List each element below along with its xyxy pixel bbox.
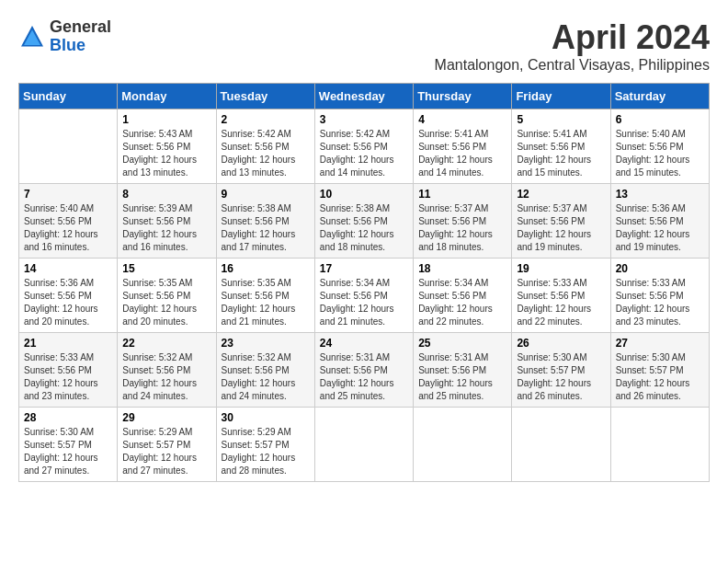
calendar-cell: 8Sunrise: 5:39 AM Sunset: 5:56 PM Daylig… [118, 184, 216, 259]
calendar-cell: 15Sunrise: 5:35 AM Sunset: 5:56 PM Dayli… [118, 259, 216, 333]
calendar-cell: 6Sunrise: 5:40 AM Sunset: 5:56 PM Daylig… [610, 109, 709, 184]
day-info: Sunrise: 5:33 AM Sunset: 5:56 PM Dayligh… [616, 277, 704, 328]
calendar-cell [512, 408, 610, 482]
calendar-cell [19, 109, 118, 184]
day-info: Sunrise: 5:43 AM Sunset: 5:56 PM Dayligh… [122, 128, 210, 179]
day-number: 23 [222, 337, 310, 350]
day-number: 14 [24, 262, 112, 275]
location: Mantalongon, Central Visayas, Philippine… [435, 57, 710, 74]
day-number: 2 [222, 113, 310, 126]
weekday-header: Sunday [19, 84, 118, 109]
weekday-header: Tuesday [216, 84, 314, 109]
logo: General Blue [18, 18, 111, 55]
logo-icon [18, 23, 46, 51]
day-info: Sunrise: 5:35 AM Sunset: 5:56 PM Dayligh… [222, 277, 310, 328]
day-info: Sunrise: 5:39 AM Sunset: 5:56 PM Dayligh… [122, 202, 210, 254]
day-number: 28 [24, 411, 112, 424]
calendar-cell [610, 408, 709, 482]
day-number: 7 [24, 188, 112, 201]
title-block: April 2024 Mantalongon, Central Visayas,… [435, 18, 710, 74]
calendar-week-row: 7Sunrise: 5:40 AM Sunset: 5:56 PM Daylig… [19, 184, 710, 259]
weekday-header: Friday [512, 84, 610, 109]
calendar-week-row: 28Sunrise: 5:30 AM Sunset: 5:57 PM Dayli… [19, 408, 710, 482]
day-info: Sunrise: 5:38 AM Sunset: 5:56 PM Dayligh… [320, 202, 408, 254]
day-number: 12 [517, 188, 605, 201]
calendar-cell [414, 408, 512, 482]
calendar-cell: 11Sunrise: 5:37 AM Sunset: 5:56 PM Dayli… [414, 184, 512, 259]
day-number: 10 [320, 188, 408, 201]
calendar-cell: 12Sunrise: 5:37 AM Sunset: 5:56 PM Dayli… [512, 184, 610, 259]
calendar-cell: 25Sunrise: 5:31 AM Sunset: 5:56 PM Dayli… [414, 333, 512, 408]
calendar-cell: 17Sunrise: 5:34 AM Sunset: 5:56 PM Dayli… [314, 259, 413, 333]
day-number: 21 [24, 337, 112, 350]
day-info: Sunrise: 5:40 AM Sunset: 5:56 PM Dayligh… [24, 202, 112, 254]
day-number: 6 [616, 113, 704, 126]
day-info: Sunrise: 5:34 AM Sunset: 5:56 PM Dayligh… [320, 277, 408, 328]
calendar-cell: 2Sunrise: 5:42 AM Sunset: 5:56 PM Daylig… [216, 109, 314, 184]
calendar-week-row: 21Sunrise: 5:33 AM Sunset: 5:56 PM Dayli… [19, 333, 710, 408]
calendar-cell: 21Sunrise: 5:33 AM Sunset: 5:56 PM Dayli… [19, 333, 118, 408]
calendar-cell: 1Sunrise: 5:43 AM Sunset: 5:56 PM Daylig… [118, 109, 216, 184]
day-number: 22 [122, 337, 210, 350]
day-info: Sunrise: 5:31 AM Sunset: 5:56 PM Dayligh… [320, 351, 408, 403]
calendar-cell: 14Sunrise: 5:36 AM Sunset: 5:56 PM Dayli… [19, 259, 118, 333]
day-number: 4 [418, 113, 506, 126]
day-info: Sunrise: 5:34 AM Sunset: 5:56 PM Dayligh… [418, 277, 506, 328]
day-number: 1 [122, 113, 210, 126]
month-title: April 2024 [435, 18, 710, 57]
day-info: Sunrise: 5:41 AM Sunset: 5:56 PM Dayligh… [418, 128, 506, 179]
calendar-cell: 27Sunrise: 5:30 AM Sunset: 5:57 PM Dayli… [610, 333, 709, 408]
weekday-header: Thursday [414, 84, 512, 109]
calendar-cell: 20Sunrise: 5:33 AM Sunset: 5:56 PM Dayli… [610, 259, 709, 333]
day-number: 17 [320, 262, 408, 275]
calendar-cell [314, 408, 413, 482]
calendar-cell: 9Sunrise: 5:38 AM Sunset: 5:56 PM Daylig… [216, 184, 314, 259]
day-number: 8 [122, 188, 210, 201]
calendar-cell: 5Sunrise: 5:41 AM Sunset: 5:56 PM Daylig… [512, 109, 610, 184]
day-number: 18 [418, 262, 506, 275]
calendar-cell: 16Sunrise: 5:35 AM Sunset: 5:56 PM Dayli… [216, 259, 314, 333]
calendar-cell: 3Sunrise: 5:42 AM Sunset: 5:56 PM Daylig… [314, 109, 413, 184]
day-info: Sunrise: 5:32 AM Sunset: 5:56 PM Dayligh… [122, 351, 210, 403]
day-number: 19 [517, 262, 605, 275]
day-info: Sunrise: 5:32 AM Sunset: 5:56 PM Dayligh… [222, 351, 310, 403]
weekday-header: Saturday [610, 84, 709, 109]
calendar-cell: 10Sunrise: 5:38 AM Sunset: 5:56 PM Dayli… [314, 184, 413, 259]
day-number: 5 [517, 113, 605, 126]
day-info: Sunrise: 5:29 AM Sunset: 5:57 PM Dayligh… [222, 426, 310, 477]
day-number: 13 [616, 188, 704, 201]
day-info: Sunrise: 5:40 AM Sunset: 5:56 PM Dayligh… [616, 128, 704, 179]
page-header: General Blue April 2024 Mantalongon, Cen… [18, 18, 710, 74]
calendar-cell: 19Sunrise: 5:33 AM Sunset: 5:56 PM Dayli… [512, 259, 610, 333]
day-number: 29 [122, 411, 210, 424]
day-number: 20 [616, 262, 704, 275]
day-info: Sunrise: 5:33 AM Sunset: 5:56 PM Dayligh… [24, 351, 112, 403]
calendar-cell: 28Sunrise: 5:30 AM Sunset: 5:57 PM Dayli… [19, 408, 118, 482]
day-info: Sunrise: 5:37 AM Sunset: 5:56 PM Dayligh… [418, 202, 506, 254]
calendar-body: 1Sunrise: 5:43 AM Sunset: 5:56 PM Daylig… [19, 109, 710, 482]
day-info: Sunrise: 5:29 AM Sunset: 5:57 PM Dayligh… [122, 426, 210, 477]
calendar-cell: 23Sunrise: 5:32 AM Sunset: 5:56 PM Dayli… [216, 333, 314, 408]
calendar-cell: 24Sunrise: 5:31 AM Sunset: 5:56 PM Dayli… [314, 333, 413, 408]
calendar-cell: 22Sunrise: 5:32 AM Sunset: 5:56 PM Dayli… [118, 333, 216, 408]
calendar-cell: 26Sunrise: 5:30 AM Sunset: 5:57 PM Dayli… [512, 333, 610, 408]
day-number: 11 [418, 188, 506, 201]
day-info: Sunrise: 5:38 AM Sunset: 5:56 PM Dayligh… [222, 202, 310, 254]
day-number: 24 [320, 337, 408, 350]
day-info: Sunrise: 5:30 AM Sunset: 5:57 PM Dayligh… [24, 426, 112, 477]
day-number: 26 [517, 337, 605, 350]
weekday-header: Monday [118, 84, 216, 109]
calendar-cell: 18Sunrise: 5:34 AM Sunset: 5:56 PM Dayli… [414, 259, 512, 333]
day-number: 16 [222, 262, 310, 275]
day-info: Sunrise: 5:42 AM Sunset: 5:56 PM Dayligh… [222, 128, 310, 179]
calendar-cell: 29Sunrise: 5:29 AM Sunset: 5:57 PM Dayli… [118, 408, 216, 482]
day-info: Sunrise: 5:30 AM Sunset: 5:57 PM Dayligh… [517, 351, 605, 403]
day-info: Sunrise: 5:36 AM Sunset: 5:56 PM Dayligh… [24, 277, 112, 328]
calendar-week-row: 1Sunrise: 5:43 AM Sunset: 5:56 PM Daylig… [19, 109, 710, 184]
logo-general: General [50, 18, 111, 37]
calendar-header: SundayMondayTuesdayWednesdayThursdayFrid… [19, 84, 710, 109]
weekday-header: Wednesday [314, 84, 413, 109]
day-info: Sunrise: 5:36 AM Sunset: 5:56 PM Dayligh… [616, 202, 704, 254]
day-number: 30 [222, 411, 310, 424]
day-info: Sunrise: 5:31 AM Sunset: 5:56 PM Dayligh… [418, 351, 506, 403]
